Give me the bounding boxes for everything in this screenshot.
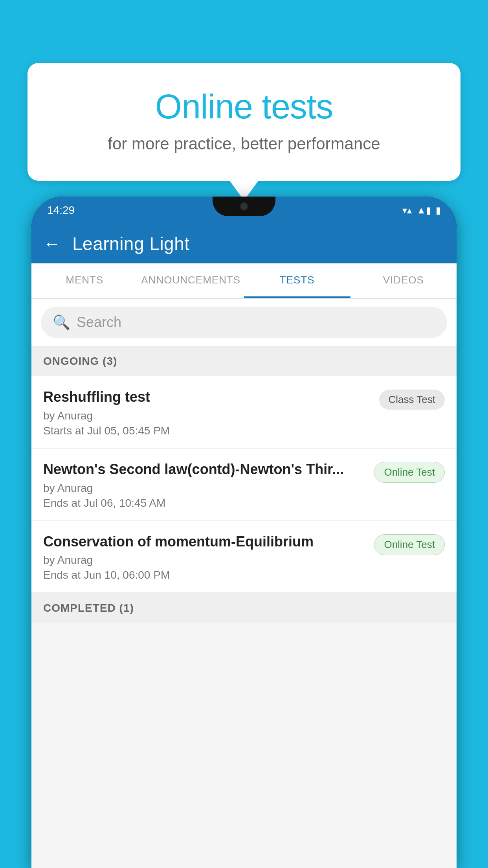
ongoing-section-header: ONGOING (3)	[31, 346, 457, 376]
tabs-bar: MENTS ANNOUNCEMENTS TESTS VIDEOS	[31, 263, 457, 299]
phone-notch	[213, 197, 275, 216]
signal-icon: ▲▮	[416, 205, 431, 216]
test-badge-class: Class Test	[379, 390, 445, 410]
search-placeholder: Search	[77, 314, 121, 331]
test-badge-online: Online Test	[374, 462, 445, 483]
app-toolbar: ← Learning Light	[31, 224, 457, 263]
speech-bubble-card: Online tests for more practice, better p…	[28, 63, 460, 181]
phone-content: 🔍 Search ONGOING (3) Reshuffling test by…	[31, 299, 457, 868]
test-item-time: Starts at Jul 05, 05:45 PM	[43, 425, 371, 437]
search-icon: 🔍	[53, 314, 70, 331]
test-item[interactable]: Conservation of momentum-Equilibrium by …	[31, 521, 457, 593]
test-item-author: by Anurag	[43, 554, 366, 566]
test-item[interactable]: Newton's Second law(contd)-Newton's Thir…	[31, 449, 457, 521]
status-time: 14:29	[47, 204, 75, 217]
test-item-info: Reshuffling test by Anurag Starts at Jul…	[43, 388, 379, 437]
app-title: Learning Light	[72, 233, 190, 254]
status-bar: 14:29 ▾▴ ▲▮ ▮	[31, 197, 457, 224]
speech-bubble-subtitle: for more practice, better performance	[47, 134, 441, 153]
speech-bubble-title: Online tests	[47, 86, 441, 127]
search-container: 🔍 Search	[31, 299, 457, 346]
test-item[interactable]: Reshuffling test by Anurag Starts at Jul…	[31, 376, 457, 449]
completed-section-label: COMPLETED (1)	[43, 602, 134, 614]
test-item-name: Reshuffling test	[43, 388, 371, 406]
battery-icon: ▮	[436, 205, 441, 216]
search-bar[interactable]: 🔍 Search	[41, 307, 447, 338]
test-item-time: Ends at Jul 06, 10:45 AM	[43, 497, 366, 509]
tab-videos[interactable]: VIDEOS	[350, 263, 457, 298]
tab-announcements[interactable]: ANNOUNCEMENTS	[138, 263, 244, 298]
tab-tests[interactable]: TESTS	[244, 263, 350, 298]
front-camera	[240, 202, 248, 211]
test-item-info: Newton's Second law(contd)-Newton's Thir…	[43, 460, 374, 509]
ongoing-section-label: ONGOING (3)	[43, 355, 117, 367]
test-item-author: by Anurag	[43, 410, 371, 422]
test-badge-online: Online Test	[374, 534, 445, 555]
test-item-info: Conservation of momentum-Equilibrium by …	[43, 533, 374, 582]
test-item-name: Newton's Second law(contd)-Newton's Thir…	[43, 460, 366, 479]
completed-section-header: COMPLETED (1)	[31, 593, 457, 623]
test-item-author: by Anurag	[43, 482, 366, 495]
phone-frame: 14:29 ▾▴ ▲▮ ▮ ← Learning Light MENTS ANN…	[31, 197, 457, 868]
tab-ments[interactable]: MENTS	[31, 263, 138, 298]
status-icons: ▾▴ ▲▮ ▮	[402, 205, 441, 216]
back-button[interactable]: ←	[43, 234, 61, 254]
test-item-time: Ends at Jun 10, 06:00 PM	[43, 569, 366, 581]
test-item-name: Conservation of momentum-Equilibrium	[43, 533, 366, 551]
wifi-icon: ▾▴	[402, 205, 412, 216]
